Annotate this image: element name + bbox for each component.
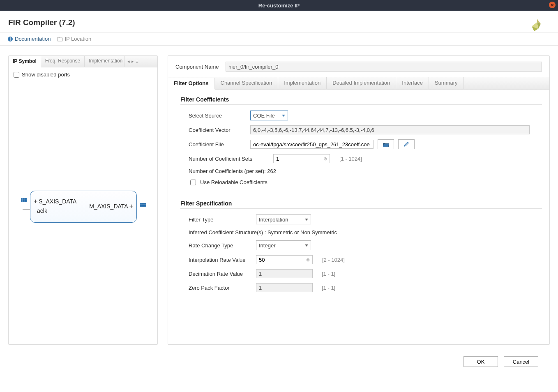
zero-pack-label: Zero Pack Factor	[189, 285, 252, 291]
num-sets-range: [1 - 1024]	[339, 156, 362, 162]
rate-change-label: Rate Change Type	[189, 242, 252, 249]
select-source-dropdown[interactable]: COE File	[250, 111, 288, 120]
zero-pack-input	[256, 283, 313, 292]
bus-icon-right	[140, 203, 146, 207]
coeff-file-input[interactable]	[250, 140, 374, 149]
filter-specification-section: Filter Specification Filter Type Interpo…	[175, 194, 542, 300]
reloadable-label: Use Reloadable Coefficients	[200, 179, 267, 185]
rate-change-value: Integer	[259, 242, 275, 249]
port-m-axis-data: M_AXIS_DATA +	[89, 203, 133, 210]
interp-rate-range: [2 - 1024]	[322, 257, 345, 263]
tab-ip-symbol[interactable]: IP Symbol	[9, 56, 41, 67]
main-content: IP Symbol Freq. Response Implementation …	[0, 46, 558, 350]
coeff-file-row: Coefficient File	[180, 139, 542, 149]
toolbar: i Documentation IP Location	[0, 32, 558, 46]
clear-icon[interactable]: ⊗	[323, 156, 327, 161]
component-name-row: Component Name	[175, 62, 542, 71]
tab-freq-response[interactable]: Freq. Response	[41, 56, 85, 67]
info-icon: i	[7, 36, 13, 42]
window-titlebar: Re-customize IP ✕	[0, 0, 558, 11]
interp-rate-label: Interpolation Rate Value	[189, 257, 252, 263]
tab-channel-specification[interactable]: Channel Specification	[215, 77, 279, 89]
rate-change-dropdown[interactable]: Integer	[256, 240, 311, 250]
component-name-label: Component Name	[175, 64, 221, 70]
zero-pack-range: [1 - 1]	[322, 285, 335, 291]
decim-rate-label: Decimation Rate Value	[189, 271, 252, 277]
coeff-vector-row: Coefficient Vector	[180, 125, 542, 134]
component-name-input[interactable]	[226, 62, 542, 71]
interp-rate-row: Interpolation Rate Value ⊗ [2 - 1024]	[180, 255, 542, 264]
rate-change-row: Rate Change Type Integer	[180, 240, 542, 250]
folder-icon	[57, 37, 63, 42]
port-s-axis-label: S_AXIS_DATA	[39, 198, 76, 205]
decim-rate-row: Decimation Rate Value [1 - 1]	[180, 269, 542, 278]
port-aclk: aclk	[37, 208, 47, 214]
right-tabs: Filter Options Channel Specification Imp…	[168, 77, 549, 90]
tab-detailed-implementation[interactable]: Detailed Implementation	[327, 77, 396, 89]
tab-filter-options[interactable]: Filter Options	[168, 78, 215, 90]
num-sets-input[interactable]	[273, 154, 330, 163]
window-title: Re-customize IP	[258, 2, 300, 9]
tab-nav: ◂ ▸ ≡	[125, 56, 141, 67]
decim-rate-input	[256, 269, 313, 278]
reloadable-row: Use Reloadable Coefficients	[180, 179, 542, 185]
chevron-down-icon	[305, 244, 308, 247]
show-disabled-label: Show disabled ports	[22, 71, 70, 78]
tab-implementation[interactable]: Implementation	[278, 77, 327, 89]
menu-icon[interactable]: ≡	[136, 59, 138, 64]
port-m-axis-label: M_AXIS_DATA	[89, 203, 128, 210]
ip-box: + S_AXIS_DATA aclk M_AXIS_DATA +	[30, 191, 137, 223]
filter-coefficients-heading: Filter Coefficients	[180, 96, 542, 103]
num-sets-row: Number of Coefficient Sets ⊗ [1 - 1024]	[180, 154, 542, 163]
ip-symbol-diagram: + S_AXIS_DATA aclk M_AXIS_DATA +	[30, 191, 137, 223]
filter-type-row: Filter Type Interpolation	[180, 214, 542, 224]
wire-aclk	[23, 210, 30, 210]
filter-coefficients-section: Filter Coefficients Select Source COE Fi…	[175, 90, 542, 194]
footer: OK Cancel	[0, 350, 558, 367]
clear-icon[interactable]: ⊗	[306, 257, 310, 263]
chevron-left-icon[interactable]: ◂	[127, 59, 130, 64]
ok-button[interactable]: OK	[463, 356, 498, 367]
decim-rate-range: [1 - 1]	[322, 271, 335, 277]
expand-icon[interactable]: +	[34, 198, 37, 205]
tab-summary[interactable]: Summary	[429, 77, 464, 89]
xilinx-logo-icon	[528, 18, 546, 33]
filter-type-label: Filter Type	[189, 217, 252, 223]
filter-specification-heading: Filter Specification	[180, 200, 542, 207]
tab-implementation-left[interactable]: Implementation	[85, 56, 125, 67]
cancel-button[interactable]: Cancel	[504, 356, 538, 367]
left-body: Show disabled ports + S_AXIS_DATA aclk	[9, 67, 157, 344]
select-source-value: COE File	[253, 113, 275, 119]
browse-button[interactable]	[378, 139, 394, 149]
header: FIR Compiler (7.2)	[0, 11, 558, 32]
select-source-label: Select Source	[189, 113, 246, 119]
reloadable-checkbox[interactable]	[190, 180, 196, 185]
right-panel: Component Name Filter Options Channel Sp…	[168, 55, 550, 345]
filter-type-value: Interpolation	[259, 217, 288, 223]
coeff-vector-input[interactable]	[250, 125, 530, 134]
show-disabled-row[interactable]: Show disabled ports	[14, 71, 152, 78]
pencil-icon	[404, 141, 409, 147]
left-panel: IP Symbol Freq. Response Implementation …	[8, 55, 158, 345]
zero-pack-row: Zero Pack Factor [1 - 1]	[180, 283, 542, 292]
edit-button[interactable]	[398, 139, 415, 149]
tab-interface[interactable]: Interface	[396, 77, 429, 89]
close-icon[interactable]: ✕	[549, 2, 556, 8]
inferred-structure-info: Inferred Coefficient Structure(s) : Symm…	[180, 229, 542, 235]
expand-icon[interactable]: +	[129, 203, 133, 210]
filter-type-dropdown[interactable]: Interpolation	[256, 214, 311, 224]
num-per-set-info: Number of Coefficients (per set): 262	[180, 168, 542, 174]
port-aclk-label: aclk	[37, 208, 47, 214]
page-title: FIR Compiler (7.2)	[8, 18, 75, 27]
documentation-link[interactable]: i Documentation	[7, 36, 51, 42]
folder-open-icon	[383, 142, 389, 147]
bus-icon-left	[21, 198, 27, 202]
ip-location-label: IP Location	[65, 36, 91, 42]
ip-location-link[interactable]: IP Location	[57, 36, 91, 42]
chevron-down-icon	[282, 115, 285, 117]
documentation-label: Documentation	[15, 36, 51, 42]
num-sets-label: Number of Coefficient Sets	[189, 156, 269, 162]
show-disabled-checkbox[interactable]	[14, 72, 19, 78]
chevron-right-icon[interactable]: ▸	[131, 59, 134, 64]
interp-rate-input[interactable]	[256, 255, 313, 264]
